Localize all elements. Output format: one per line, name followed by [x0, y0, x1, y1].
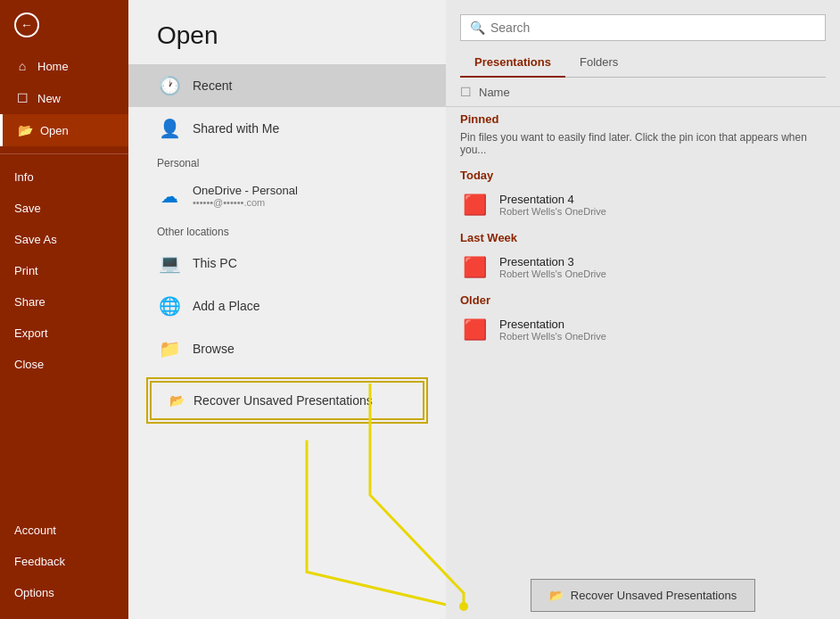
pinned-message: Pin files you want to easily find later.…: [446, 128, 840, 163]
this-pc-icon: 💻: [157, 252, 182, 274]
new-icon: ☐: [14, 91, 30, 105]
file-item-presentation3[interactable]: 🟥 Presentation 3 Robert Wells's OneDrive: [446, 246, 840, 288]
sidebar-item-share[interactable]: Share: [0, 286, 128, 318]
file-location-4: Robert Wells's OneDrive: [499, 206, 606, 217]
recent-icon: 🕐: [157, 75, 182, 96]
file-name-1: Presentation: [499, 318, 606, 331]
open-icon: 📂: [17, 123, 33, 137]
location-onedrive[interactable]: ☁ OneDrive - Personal ••••••@••••••.com: [128, 173, 446, 219]
ppt-icon-4: 🟥: [460, 194, 489, 217]
recover-unsaved-button-main[interactable]: 📂 Recover Unsaved Presentations: [150, 381, 424, 420]
sidebar-item-home[interactable]: ⌂ Home: [0, 50, 128, 82]
sidebar-item-save-as[interactable]: Save As: [0, 224, 128, 255]
location-shared[interactable]: 👤 Shared with Me: [128, 107, 446, 150]
sidebar-item-export[interactable]: Export: [0, 318, 128, 349]
location-this-pc[interactable]: 💻 This PC: [128, 242, 446, 285]
sidebar-item-feedback[interactable]: Feedback: [0, 546, 128, 577]
shared-icon: 👤: [157, 118, 182, 139]
search-input[interactable]: [490, 21, 816, 35]
ppt-icon-1: 🟥: [460, 318, 489, 342]
page-title: Open: [128, 0, 446, 64]
sidebar-item-new[interactable]: ☐ New: [0, 82, 128, 114]
sidebar-item-options[interactable]: Options: [0, 577, 128, 608]
back-icon: ←: [14, 12, 39, 37]
location-recent[interactable]: 🕐 Recent: [128, 64, 446, 107]
file-name-4: Presentation 4: [499, 193, 606, 206]
sidebar: ← ⌂ Home ☐ New 📂 Open Info Save Save As …: [0, 0, 128, 619]
onedrive-label: OneDrive - Personal: [193, 184, 298, 197]
add-place-icon: 🌐: [157, 295, 182, 317]
recover-folder-icon: 📂: [169, 393, 185, 408]
left-panel: Open 🕐 Recent 👤 Shared with Me Personal …: [128, 0, 446, 619]
last-week-label: Last Week: [446, 226, 840, 246]
tab-folders[interactable]: Folders: [565, 48, 632, 77]
main-content: Open 🕐 Recent 👤 Shared with Me Personal …: [128, 0, 840, 619]
files-header: ☐ Name: [446, 78, 840, 107]
recover-unsaved-button-bottom[interactable]: 📂 Recover Unsaved Presentations: [531, 579, 755, 612]
sidebar-item-save[interactable]: Save: [0, 193, 128, 224]
file-item-presentation1[interactable]: 🟥 Presentation Robert Wells's OneDrive: [446, 309, 840, 351]
location-browse[interactable]: 📁 Browse: [128, 327, 446, 370]
sidebar-item-print[interactable]: Print: [0, 255, 128, 286]
search-bar[interactable]: 🔍: [460, 14, 826, 41]
file-item-presentation4[interactable]: 🟥 Presentation 4 Robert Wells's OneDrive: [446, 184, 840, 226]
file-icon-header: ☐: [460, 85, 472, 99]
personal-section-header: Personal: [128, 150, 446, 173]
other-locations-header: Other locations: [128, 219, 446, 242]
recover-bottom-area: 📂 Recover Unsaved Presentations: [460, 579, 826, 612]
file-name-3: Presentation 3: [499, 255, 606, 268]
arrow-area: [128, 431, 446, 619]
file-location-3: Robert Wells's OneDrive: [499, 268, 606, 279]
sidebar-item-info[interactable]: Info: [0, 161, 128, 193]
home-icon: ⌂: [14, 59, 30, 73]
back-button[interactable]: ←: [0, 0, 128, 50]
pinned-label: Pinned: [446, 107, 840, 128]
today-label: Today: [446, 163, 840, 184]
sidebar-item-open[interactable]: 📂 Open: [0, 114, 128, 146]
tab-presentations[interactable]: Presentations: [460, 48, 565, 78]
right-panel: 🔍 Presentations Folders ☐ Name Pinned Pi…: [446, 0, 840, 619]
recover-bottom-icon: 📂: [549, 589, 564, 602]
location-add-place[interactable]: 🌐 Add a Place: [128, 285, 446, 327]
tabs-row: Presentations Folders: [460, 48, 826, 78]
ppt-icon-3: 🟥: [460, 256, 489, 279]
onedrive-icon: ☁: [157, 186, 182, 207]
arrow-svg: [128, 431, 446, 619]
sidebar-item-account[interactable]: Account: [0, 515, 128, 546]
sidebar-item-close[interactable]: Close: [0, 349, 128, 380]
file-location-1: Robert Wells's OneDrive: [499, 331, 606, 342]
browse-icon: 📁: [157, 338, 182, 359]
onedrive-email: ••••••@••••••.com: [193, 197, 298, 208]
older-label: Older: [446, 288, 840, 309]
search-icon: 🔍: [470, 21, 485, 35]
